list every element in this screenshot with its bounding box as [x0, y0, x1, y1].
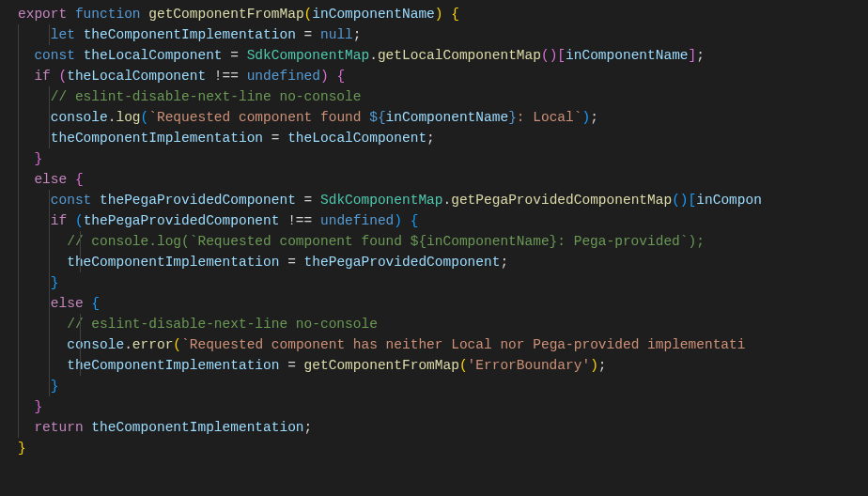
code-line[interactable]: }	[4, 396, 868, 417]
token-string: `Requested component has neither Local n…	[181, 337, 745, 352]
token-kw-control: if	[51, 213, 75, 228]
token-brace-m: }	[34, 151, 42, 166]
token-brace-m: )	[320, 69, 329, 84]
token-punct	[18, 234, 67, 249]
token-punct: .	[443, 193, 452, 208]
token-kw-function: function	[75, 7, 148, 22]
code-line[interactable]: // eslint-disable-next-line no-console	[4, 86, 868, 107]
token-brace-y: (	[304, 7, 313, 22]
code-line[interactable]: // console.log(`Requested component foun…	[4, 231, 868, 252]
token-brace-b: )	[394, 213, 402, 228]
token-param: inComponentName	[312, 7, 435, 22]
token-kw-control: else	[51, 296, 92, 311]
token-brace-b: )	[581, 110, 590, 125]
code-line[interactable]: else {	[4, 293, 868, 314]
code-line[interactable]: else {	[4, 169, 868, 190]
token-param: theComponentImplementation	[91, 420, 303, 435]
token-op: =	[263, 131, 287, 146]
token-kw-function: const	[51, 193, 100, 208]
code-line[interactable]: }	[4, 148, 868, 169]
token-brace-y: {	[451, 7, 459, 22]
code-line[interactable]: export function getComponentFromMap(inCo…	[4, 4, 868, 24]
token-brace-b: (	[75, 213, 84, 228]
token-brace-b: }	[51, 275, 59, 290]
code-line[interactable]: theComponentImplementation = getComponen…	[4, 355, 868, 376]
token-punct: ;	[598, 358, 607, 373]
token-punct: ;	[426, 131, 435, 146]
code-line[interactable]: }	[4, 272, 868, 293]
token-brace-b: {	[91, 296, 100, 311]
token-brace-m: ()[	[541, 48, 566, 63]
token-brace-y: (	[173, 337, 181, 352]
token-punct	[18, 420, 34, 435]
token-brace-y: (	[459, 358, 468, 373]
code-line[interactable]: const theLocalComponent = SdkComponentMa…	[4, 45, 868, 66]
token-brace-m: {	[336, 69, 345, 84]
token-class-name: SdkComponentMap	[247, 48, 370, 63]
token-string: 'ErrorBoundary'	[468, 358, 591, 373]
token-comment: // console.log(`Requested component foun…	[67, 234, 705, 249]
token-punct: .	[369, 48, 378, 63]
token-fn-name: getComponentFromMap	[148, 7, 303, 22]
token-op: =	[279, 358, 303, 373]
token-punct: ;	[304, 420, 313, 435]
token-param: thePegaProvidedComponent	[84, 213, 280, 228]
token-brace-b: {	[411, 213, 419, 228]
token-punct	[18, 379, 51, 394]
token-fn-name: log	[116, 110, 140, 125]
token-string: `Requested component found	[148, 110, 369, 125]
token-param: theComponentImplementation	[67, 255, 279, 270]
token-punct	[18, 399, 34, 414]
token-punct	[443, 7, 452, 22]
token-brace-b: }	[51, 379, 59, 394]
code-line[interactable]: return theComponentImplementation;	[4, 417, 868, 438]
token-punct	[18, 131, 51, 146]
code-line[interactable]: console.error(`Requested component has n…	[4, 334, 868, 355]
token-param: inComponentName	[386, 110, 509, 125]
token-param: theComponentImplementation	[67, 358, 279, 373]
token-kw-control: return	[34, 420, 91, 435]
code-line[interactable]: }	[4, 376, 868, 396]
token-brace-m: }	[34, 399, 42, 414]
token-param: theLocalComponent	[84, 48, 223, 63]
token-punct	[402, 213, 411, 228]
token-kw-undef: undefined	[320, 213, 394, 228]
code-block[interactable]: export function getComponentFromMap(inCo…	[4, 4, 868, 458]
token-kw-control: if	[34, 69, 58, 84]
token-punct: ;	[590, 110, 598, 125]
token-punct	[18, 193, 51, 208]
token-comment: // eslint-disable-next-line no-console	[67, 317, 378, 332]
token-brace-y: }	[18, 441, 26, 456]
code-line[interactable]: // eslint-disable-next-line no-console	[4, 314, 868, 334]
token-punct: ;	[500, 255, 508, 270]
token-param: console	[67, 337, 124, 352]
token-op: =	[279, 255, 303, 270]
token-param: console	[51, 110, 108, 125]
code-line[interactable]: theComponentImplementation = thePegaProv…	[4, 252, 868, 272]
token-op: =	[223, 48, 247, 63]
token-kw-undef: undefined	[247, 69, 320, 84]
token-punct	[18, 172, 34, 187]
code-line[interactable]: theComponentImplementation = theLocalCom…	[4, 128, 868, 148]
code-line[interactable]: if (theLocalComponent !== undefined) {	[4, 66, 868, 86]
token-punct	[18, 27, 51, 42]
token-op: =	[296, 27, 320, 42]
token-punct	[18, 275, 51, 290]
token-param: inCompon	[696, 193, 762, 208]
token-fn-name: getLocalComponentMap	[378, 48, 541, 63]
code-line[interactable]: const thePegaProvidedComponent = SdkComp…	[4, 190, 868, 210]
token-punct	[18, 213, 51, 228]
token-comment: // eslint-disable-next-line no-console	[51, 89, 362, 104]
token-brace-y: )	[435, 7, 443, 22]
token-punct	[18, 151, 34, 166]
token-kw-function: const	[34, 48, 83, 63]
code-line[interactable]: console.log(`Requested component found $…	[4, 107, 868, 128]
token-kw-null: null	[320, 27, 353, 42]
code-line[interactable]: let theComponentImplementation = null;	[4, 24, 868, 45]
token-punct	[18, 48, 34, 63]
token-punct	[18, 69, 34, 84]
token-punct	[18, 358, 67, 373]
code-line[interactable]: if (thePegaProvidedComponent !== undefin…	[4, 210, 868, 231]
token-brace-m: {	[75, 172, 84, 187]
code-line[interactable]: }	[4, 438, 868, 458]
